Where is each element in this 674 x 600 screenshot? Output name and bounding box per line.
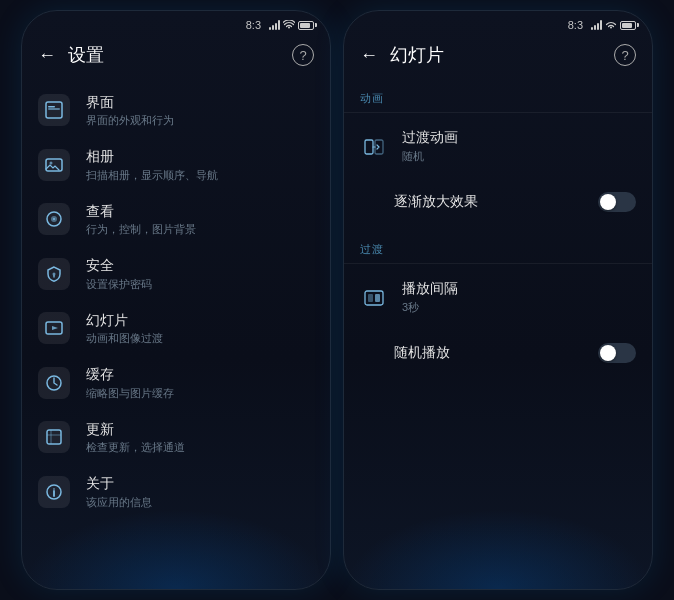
setting-text-shuffle: 随机播放 bbox=[360, 344, 584, 362]
menu-text-ui: 界面 界面的外观和行为 bbox=[86, 93, 314, 127]
photo-icon bbox=[38, 149, 70, 181]
toolbar-left: ← 设置 ? bbox=[22, 35, 330, 75]
interval-icon bbox=[360, 284, 388, 312]
menu-title-security: 安全 bbox=[86, 256, 314, 274]
menu-title-cache: 缓存 bbox=[86, 365, 314, 383]
menu-text-update: 更新 检查更新，选择通道 bbox=[86, 420, 314, 454]
menu-subtitle-about: 该应用的信息 bbox=[86, 495, 314, 509]
menu-subtitle-security: 设置保护密码 bbox=[86, 277, 314, 291]
status-time-left: 8:3 bbox=[246, 19, 261, 31]
menu-item-ui[interactable]: 界面 界面的外观和行为 bbox=[22, 83, 330, 137]
shuffle-toggle-knob bbox=[600, 345, 616, 361]
menu-text-view: 查看 行为，控制，图片背景 bbox=[86, 202, 314, 236]
menu-title-photo: 相册 bbox=[86, 147, 314, 165]
svg-rect-22 bbox=[368, 294, 373, 302]
status-time-right: 8:3 bbox=[568, 19, 583, 31]
menu-title-ui: 界面 bbox=[86, 93, 314, 111]
menu-item-security[interactable]: 安全 设置保护密码 bbox=[22, 246, 330, 300]
menu-subtitle-cache: 缩略图与图片缓存 bbox=[86, 386, 314, 400]
menu-title-about: 关于 bbox=[86, 474, 314, 492]
svg-rect-13 bbox=[47, 430, 61, 444]
setting-title-transition: 过渡动画 bbox=[402, 129, 636, 147]
wifi-icon-right bbox=[605, 20, 617, 30]
page-title-left: 设置 bbox=[68, 43, 280, 67]
setting-title-shuffle: 随机播放 bbox=[394, 344, 584, 362]
slideshow-settings: 动画 过渡动画 随机 逐渐放大效果 bbox=[344, 75, 652, 589]
zoom-toggle-knob bbox=[600, 194, 616, 210]
toolbar-right: ← 幻灯片 ? bbox=[344, 35, 652, 75]
shuffle-toggle[interactable] bbox=[598, 343, 636, 363]
menu-text-about: 关于 该应用的信息 bbox=[86, 474, 314, 508]
setting-text-interval: 播放间隔 3秒 bbox=[402, 280, 636, 315]
right-phone: 8:3 ← 幻灯片 ? 动画 bbox=[343, 10, 653, 590]
setting-title-interval: 播放间隔 bbox=[402, 280, 636, 298]
svg-point-4 bbox=[50, 161, 53, 164]
menu-item-cache[interactable]: 缓存 缩略图与图片缓存 bbox=[22, 355, 330, 409]
svg-rect-2 bbox=[48, 106, 55, 108]
battery-icon-left bbox=[298, 21, 314, 30]
setting-value-transition: 随机 bbox=[402, 149, 636, 164]
back-button-left[interactable]: ← bbox=[38, 46, 56, 64]
status-bar-right: 8:3 bbox=[344, 11, 652, 35]
signal-icon-right bbox=[591, 20, 602, 30]
update-icon bbox=[38, 421, 70, 453]
transition-icon bbox=[360, 133, 388, 161]
divider-1 bbox=[344, 112, 652, 113]
svg-rect-1 bbox=[48, 108, 60, 110]
menu-subtitle-slideshow: 动画和图像过渡 bbox=[86, 331, 314, 345]
menu-item-update[interactable]: 更新 检查更新，选择通道 bbox=[22, 410, 330, 464]
status-bar-left: 8:3 bbox=[22, 11, 330, 35]
menu-item-slideshow[interactable]: 幻灯片 动画和图像过渡 bbox=[22, 301, 330, 355]
svg-rect-19 bbox=[365, 140, 373, 154]
svg-marker-11 bbox=[52, 326, 58, 330]
menu-text-slideshow: 幻灯片 动画和图像过渡 bbox=[86, 311, 314, 345]
divider-2 bbox=[344, 263, 652, 264]
status-icons-right bbox=[591, 20, 636, 30]
menu-item-view[interactable]: 查看 行为，控制，图片背景 bbox=[22, 192, 330, 246]
battery-icon-right bbox=[620, 21, 636, 30]
menu-text-security: 安全 设置保护密码 bbox=[86, 256, 314, 290]
menu-subtitle-update: 检查更新，选择通道 bbox=[86, 440, 314, 454]
menu-item-about[interactable]: 关于 该应用的信息 bbox=[22, 464, 330, 518]
back-button-right[interactable]: ← bbox=[360, 46, 378, 64]
menu-title-view: 查看 bbox=[86, 202, 314, 220]
menu-subtitle-view: 行为，控制，图片背景 bbox=[86, 222, 314, 236]
menu-item-photo[interactable]: 相册 扫描相册，显示顺序、导航 bbox=[22, 137, 330, 191]
menu-subtitle-ui: 界面的外观和行为 bbox=[86, 113, 314, 127]
view-icon bbox=[38, 203, 70, 235]
setting-text-transition: 过渡动画 随机 bbox=[402, 129, 636, 164]
section-header-animation: 动画 bbox=[344, 83, 652, 110]
svg-point-7 bbox=[53, 218, 55, 220]
setting-item-zoom[interactable]: 逐渐放大效果 bbox=[344, 178, 652, 226]
menu-title-slideshow: 幻灯片 bbox=[86, 311, 314, 329]
page-title-right: 幻灯片 bbox=[390, 43, 602, 67]
setting-title-zoom: 逐渐放大效果 bbox=[394, 193, 584, 211]
help-button-left[interactable]: ? bbox=[292, 44, 314, 66]
slideshow-icon bbox=[38, 312, 70, 344]
setting-text-zoom: 逐渐放大效果 bbox=[360, 193, 584, 211]
cache-icon bbox=[38, 367, 70, 399]
signal-icon-left bbox=[269, 20, 280, 30]
svg-point-18 bbox=[53, 488, 55, 490]
security-icon bbox=[38, 258, 70, 290]
left-phone: 8:3 ← 设置 ? bbox=[21, 10, 331, 590]
menu-subtitle-photo: 扫描相册，显示顺序、导航 bbox=[86, 168, 314, 182]
section-header-interval: 过渡 bbox=[344, 234, 652, 261]
menu-text-cache: 缓存 缩略图与图片缓存 bbox=[86, 365, 314, 399]
setting-value-interval: 3秒 bbox=[402, 300, 636, 315]
setting-item-shuffle[interactable]: 随机播放 bbox=[344, 329, 652, 377]
menu-text-photo: 相册 扫描相册，显示顺序、导航 bbox=[86, 147, 314, 181]
svg-rect-3 bbox=[46, 159, 62, 171]
status-icons-left bbox=[269, 20, 314, 30]
settings-menu: 界面 界面的外观和行为 相册 扫描相册，显示顺序、导航 bbox=[22, 75, 330, 589]
wifi-icon-left bbox=[283, 20, 295, 30]
about-icon bbox=[38, 476, 70, 508]
menu-title-update: 更新 bbox=[86, 420, 314, 438]
setting-item-transition[interactable]: 过渡动画 随机 bbox=[344, 115, 652, 178]
svg-rect-23 bbox=[375, 294, 380, 302]
zoom-toggle[interactable] bbox=[598, 192, 636, 212]
svg-rect-21 bbox=[365, 291, 383, 305]
setting-item-interval[interactable]: 播放间隔 3秒 bbox=[344, 266, 652, 329]
ui-icon bbox=[38, 94, 70, 126]
help-button-right[interactable]: ? bbox=[614, 44, 636, 66]
